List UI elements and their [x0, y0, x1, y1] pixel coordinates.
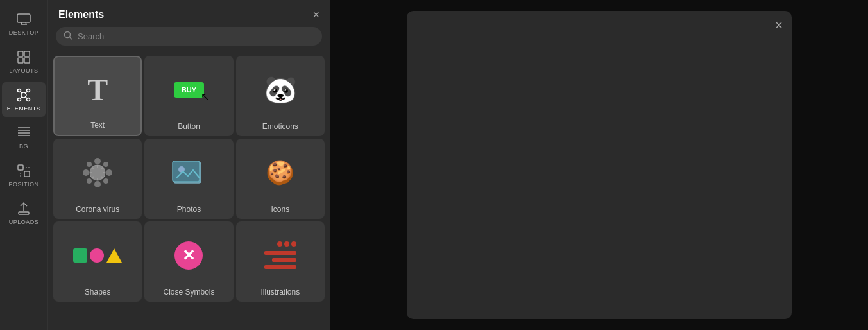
icons-preview-gingerbread: 🍪 — [266, 159, 294, 186]
sidebar-item-layouts[interactable]: LAYOUTS — [2, 44, 46, 79]
card-preview-illustrations — [239, 227, 322, 284]
search-icon — [64, 31, 72, 42]
sidebar-item-layouts-label: LAYOUTS — [10, 67, 38, 74]
search-input[interactable] — [78, 31, 314, 41]
cursor-icon: ↖ — [201, 91, 209, 103]
sidebar-item-uploads[interactable]: UPLOADS — [2, 196, 46, 230]
modal-close-button[interactable]: × — [775, 19, 783, 31]
card-label-icons: Icons — [271, 205, 289, 214]
card-label-shapes: Shapes — [85, 288, 111, 297]
photos-icon — [171, 159, 206, 187]
sidebar-item-bg[interactable]: BG — [2, 120, 46, 155]
svg-point-10 — [27, 89, 30, 92]
svg-point-34 — [103, 162, 108, 167]
element-card-emoticons[interactable]: 🐼 Emoticons — [236, 56, 325, 136]
svg-line-27 — [70, 37, 72, 40]
svg-rect-0 — [17, 14, 30, 22]
desktop-icon — [16, 12, 31, 27]
svg-rect-25 — [19, 212, 29, 214]
modal-box: × — [407, 11, 792, 319]
sidebar-item-elements-label: ELEMENTS — [7, 105, 41, 112]
sidebar-item-uploads-label: UPLOADS — [9, 219, 39, 225]
card-label-corona: Corona virus — [76, 205, 119, 214]
card-preview-photos — [147, 144, 230, 201]
sidebar-item-elements[interactable]: ELEMENTS — [2, 82, 46, 117]
shape-circle — [90, 248, 104, 263]
svg-rect-21 — [18, 165, 23, 170]
element-card-photos[interactable]: Photos — [144, 139, 233, 219]
corona-icon — [78, 153, 117, 192]
sidebar-item-bg-label: BG — [19, 143, 28, 150]
card-preview-text: T — [57, 62, 138, 117]
svg-rect-22 — [24, 171, 30, 177]
svg-point-12 — [27, 98, 30, 101]
svg-point-35 — [87, 178, 92, 184]
svg-rect-6 — [18, 58, 23, 63]
sidebar-item-position[interactable]: POSITION — [2, 158, 46, 193]
card-preview-emoticons: 🐼 — [239, 61, 322, 118]
text-preview-icon: T — [87, 72, 108, 107]
sidebar-item-desktop[interactable]: DESKTOP — [2, 6, 46, 41]
position-icon — [16, 163, 31, 178]
elements-panel: Elements × T Text BUY ↖ — [48, 0, 330, 330]
bg-icon — [16, 125, 31, 141]
svg-point-11 — [18, 98, 21, 101]
element-card-button[interactable]: BUY ↖ Button — [144, 56, 233, 136]
search-bar — [56, 27, 322, 46]
card-label-close-symbols: Close Symbols — [163, 288, 214, 297]
element-card-shapes[interactable]: Shapes — [53, 221, 142, 302]
element-card-illustrations[interactable]: Illustrations — [236, 221, 325, 302]
svg-rect-46 — [173, 161, 200, 182]
close-symbols-preview-icon: ✕ — [174, 241, 203, 270]
card-preview-icons: 🍪 — [239, 144, 322, 201]
svg-point-29 — [94, 158, 101, 164]
panel-title: Elements — [58, 9, 104, 21]
card-label-illustrations: Illustrations — [260, 288, 300, 297]
sidebar-item-position-label: POSITION — [8, 181, 38, 187]
element-card-close-symbols[interactable]: ✕ Close Symbols — [144, 221, 233, 302]
sidebar-item-desktop-label: DESKTOP — [9, 30, 38, 36]
illus-dots — [277, 241, 296, 247]
main-area: × — [330, 0, 868, 330]
svg-rect-5 — [24, 51, 30, 56]
svg-point-30 — [94, 181, 101, 187]
button-preview-icon: BUY — [174, 82, 204, 98]
shapes-preview-icon — [73, 248, 122, 263]
sidebar: DESKTOP LAYOUTS — [0, 0, 48, 330]
element-card-icons[interactable]: 🍪 Icons — [236, 139, 325, 219]
shape-square — [73, 248, 87, 263]
element-card-corona[interactable]: Corona virus — [53, 139, 142, 219]
modal-overlay[interactable]: × — [330, 0, 868, 330]
shape-triangle — [106, 248, 122, 263]
svg-point-9 — [18, 89, 21, 92]
svg-point-36 — [103, 178, 108, 184]
card-label-emoticons: Emoticons — [262, 122, 298, 131]
card-preview-shapes — [56, 227, 139, 284]
svg-rect-7 — [24, 58, 30, 63]
card-preview-close-symbols: ✕ — [147, 227, 230, 284]
elements-grid: T Text BUY ↖ Button 🐼 Emoticons — [48, 53, 330, 304]
svg-point-32 — [106, 169, 112, 176]
card-preview-corona — [56, 144, 139, 201]
illustrations-preview-icon — [264, 241, 296, 269]
emoticons-preview-icon: 🐼 — [264, 74, 297, 105]
card-label-text: Text — [90, 121, 105, 130]
svg-point-31 — [83, 169, 89, 176]
svg-rect-4 — [18, 51, 23, 56]
card-label-photos: Photos — [177, 205, 201, 214]
card-preview-button: BUY ↖ — [147, 61, 230, 118]
card-label-button: Button — [178, 122, 200, 131]
svg-point-33 — [87, 162, 92, 167]
element-card-text[interactable]: T Text — [53, 56, 142, 136]
layouts-icon — [16, 49, 31, 65]
panel-close-button[interactable]: × — [312, 9, 319, 21]
uploads-icon — [16, 201, 31, 216]
elements-icon — [16, 87, 31, 103]
panel-header: Elements × — [48, 0, 330, 27]
